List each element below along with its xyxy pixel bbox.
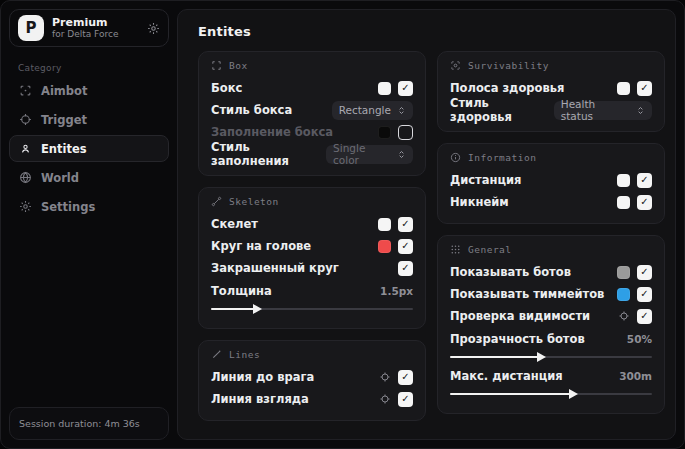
setting-row-show-teammates: Показывать тиммейтов [450, 283, 652, 305]
checkbox[interactable] [398, 81, 413, 96]
card-title: Lines [229, 349, 260, 360]
visibility-target-icon[interactable] [618, 310, 630, 322]
chevrons-up-down-icon [397, 150, 406, 159]
setting-label: Никнейм [450, 195, 509, 209]
setting-label: Полоса здоровья [450, 81, 564, 95]
line-settings-icon[interactable] [379, 371, 391, 383]
setting-label: Бокс [211, 81, 242, 95]
card-title: General [468, 244, 512, 255]
setting-row-view-line: Линия взгляда [211, 388, 413, 410]
slider-value: 1.5px [380, 285, 413, 297]
checkbox[interactable] [398, 217, 413, 232]
checkbox[interactable] [637, 195, 652, 210]
setting-row-fill-style: Стиль заполнения Single color [211, 143, 413, 165]
card-general: General Показывать ботов Показывать тимм… [437, 235, 665, 414]
setting-row-skeleton: Скелет [211, 213, 413, 235]
setting-label: Проверка видимости [450, 309, 590, 323]
session-duration-label: Session duration: 4m 36s [19, 418, 140, 429]
sidebar-item-label: Trigget [41, 113, 87, 127]
setting-row-box: Бокс [211, 77, 413, 99]
setting-label: Закрашенный круг [211, 261, 339, 275]
sidebar-nav: Aimbot Trigget Entites World [9, 77, 169, 220]
color-swatch[interactable] [378, 240, 391, 253]
fill-style-select[interactable]: Single color [326, 145, 413, 164]
info-icon [450, 152, 461, 163]
checkbox[interactable] [637, 287, 652, 302]
setting-row-thickness: Толщина 1.5px [211, 281, 413, 314]
box-style-select[interactable]: Rectangle [332, 101, 413, 120]
slider-value: 300m [619, 370, 652, 382]
setting-label: Стиль здоровья [450, 96, 554, 124]
page-title: Entites [198, 24, 665, 39]
card-title: Survivability [468, 60, 549, 71]
bone-icon [211, 196, 222, 207]
sidebar-item-label: World [41, 171, 79, 185]
session-duration: Session duration: 4m 36s [9, 407, 169, 440]
setting-label: Стиль бокса [211, 103, 292, 117]
card-title: Information [468, 152, 536, 163]
setting-label: Линия взгляда [211, 392, 309, 406]
setting-row-show-bots: Показывать ботов [450, 261, 652, 283]
color-swatch[interactable] [617, 266, 630, 279]
thickness-slider[interactable] [211, 304, 413, 314]
setting-row-max-distance: Макс. дистанция 300m [450, 366, 652, 399]
logo-title: Premium [52, 17, 139, 30]
card-box: Box Бокс Стиль бокса Rectangle [198, 51, 426, 176]
color-swatch[interactable] [378, 126, 391, 139]
setting-row-health-style: Стиль здоровья Health status [450, 99, 652, 121]
sidebar-item-entites[interactable]: Entites [9, 135, 169, 162]
setting-row-distance: Дистанция [450, 169, 652, 191]
color-swatch[interactable] [617, 174, 630, 187]
setting-label: Макс. дистанция [450, 369, 563, 383]
line-settings-icon[interactable] [379, 393, 391, 405]
checkbox[interactable] [637, 173, 652, 188]
checkbox[interactable] [637, 81, 652, 96]
slider-thumb[interactable] [537, 352, 546, 362]
checkbox[interactable] [637, 309, 652, 324]
card-title: Skeleton [229, 196, 279, 207]
sidebar-item-settings[interactable]: Settings [9, 193, 169, 220]
color-swatch[interactable] [617, 196, 630, 209]
sidebar: P Premium for Delta Force Category Aimbo… [9, 9, 169, 440]
sidebar-item-label: Aimbot [41, 84, 87, 98]
app-logo: P [18, 15, 44, 41]
setting-label: Заполнение бокса [211, 125, 333, 139]
setting-label: Круг на голове [211, 239, 311, 253]
checkbox[interactable] [398, 125, 413, 140]
gear-icon[interactable] [147, 22, 160, 35]
setting-label: Дистанция [450, 173, 521, 187]
checkbox[interactable] [637, 265, 652, 280]
health-style-select[interactable]: Health status [554, 101, 652, 120]
logo-text: Premium for Delta Force [52, 17, 139, 40]
color-swatch[interactable] [617, 288, 630, 301]
slider-thumb[interactable] [253, 304, 262, 314]
category-label: Category [18, 63, 169, 73]
checkbox[interactable] [398, 392, 413, 407]
color-swatch[interactable] [378, 218, 391, 231]
sidebar-item-aimbot[interactable]: Aimbot [9, 77, 169, 104]
setting-label: Показывать ботов [450, 265, 571, 279]
checkbox[interactable] [398, 370, 413, 385]
logo-subtitle: for Delta Force [52, 29, 139, 39]
setting-row-bot-opacity: Прозрачность ботов 50% [450, 329, 652, 362]
color-swatch[interactable] [378, 82, 391, 95]
gear-icon [19, 200, 32, 213]
setting-label: Толщина [211, 284, 272, 298]
card-information: Information Дистанция Никнейм [437, 143, 665, 224]
slider-thumb[interactable] [569, 389, 578, 399]
card-lines: Lines Линия до врага Линия взгляда [198, 340, 426, 421]
bot-opacity-slider[interactable] [450, 352, 652, 362]
checkbox[interactable] [398, 261, 413, 276]
health-scan-icon [450, 60, 461, 71]
setting-label: Показывать тиммейтов [450, 287, 604, 301]
scope-icon [19, 84, 32, 97]
checkbox[interactable] [398, 239, 413, 254]
setting-row-visibility-check: Проверка видимости [450, 305, 652, 327]
color-swatch[interactable] [617, 82, 630, 95]
sidebar-item-label: Entites [41, 142, 87, 156]
sidebar-item-world[interactable]: World [9, 164, 169, 191]
sidebar-item-trigget[interactable]: Trigget [9, 106, 169, 133]
app-window: P Premium for Delta Force Category Aimbo… [0, 0, 685, 449]
slider-value: 50% [627, 333, 652, 345]
max-distance-slider[interactable] [450, 389, 652, 399]
